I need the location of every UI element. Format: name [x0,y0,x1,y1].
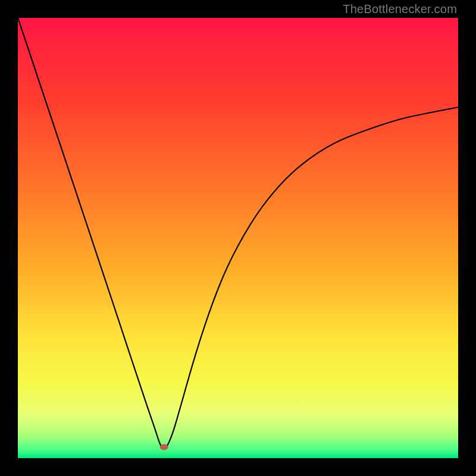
watermark-text: TheBottlenecker.com [343,2,457,16]
bottleneck-curve [18,18,458,458]
plot-area [18,18,458,458]
chart-frame: TheBottlenecker.com [0,0,476,476]
optimum-marker [160,444,168,450]
